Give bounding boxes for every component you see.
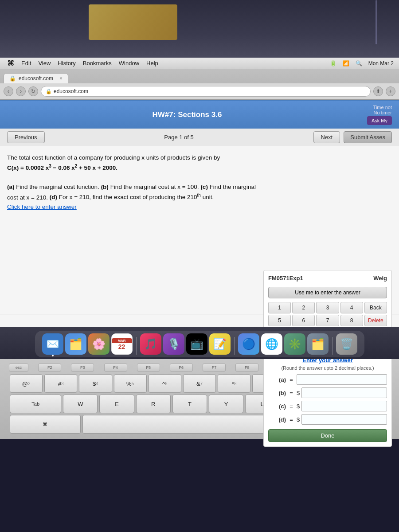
no-timer-label: No timer [373,110,392,115]
menu-wifi-icon: 📶 [341,60,351,66]
tab-close[interactable]: × [59,75,63,82]
key-e[interactable]: E [99,395,134,413]
browser-chrome: 🔒 educosoft.com × ‹ › ↻ 🔒 educosoft.com … [0,69,399,100]
key-cmd-left[interactable]: ⌘ [10,415,81,434]
key-star[interactable]: *8 [218,374,250,393]
nav-row: Previous Page 1 of 5 Next Submit Asses [0,129,399,146]
share-button[interactable]: ⬆ [373,86,383,96]
key-f3[interactable]: F3 [71,364,94,372]
numpad-8[interactable]: 8 [340,315,363,326]
menu-date: Mon Mar 2 [367,60,395,66]
problem-part-b: (b) Find the marginal cost at x = 100. [101,184,199,190]
numpad-4[interactable]: 4 [340,302,363,313]
click-here-link[interactable]: Click here to enter answer [7,203,77,210]
calendar-month: MAR [112,338,132,343]
menu-window[interactable]: Window [115,60,143,66]
key-r[interactable]: R [136,395,171,413]
answer-input-b[interactable] [301,387,387,398]
numpad-3[interactable]: 3 [316,302,339,313]
key-t[interactable]: T [172,395,207,413]
numpad-1[interactable]: 1 [268,302,291,313]
key-dollar[interactable]: $4 [79,374,112,393]
dock-icon-finder[interactable]: 🗂️ [65,333,86,355]
dock-icon-mail[interactable]: ✉️ [42,333,63,355]
numpad-6[interactable]: 6 [292,315,315,326]
menu-search-icon[interactable]: 🔍 [354,60,364,66]
key-f4[interactable]: F4 [104,364,127,372]
use-me-button[interactable]: Use me to enter the answer [268,287,387,298]
dock-icon-podcasts[interactable]: 🎙️ [163,333,184,355]
address-bar[interactable]: 🔒 educosoft.com [41,86,371,97]
answer-input-a[interactable] [297,374,387,385]
browser-content: HW#7: Sections 3.6 Time not No timer Ask… [0,100,399,327]
dock-icon-chrome[interactable]: 🌐 [261,333,282,355]
dock-separator-2 [234,337,235,355]
key-caret[interactable]: ^6 [149,374,181,393]
dock: ✉️ 🗂️ 🌸 MAR 22 🎵 🎙️ 📺 📝 🔵 🌐 ✳️ 🗂️ 🗑️ [35,331,364,357]
key-percent[interactable]: %5 [114,374,147,393]
problem-intro: The total cost function of a company for… [7,154,220,161]
numpad-2[interactable]: 2 [292,302,315,313]
key-f7[interactable]: F7 [203,364,226,372]
tab-favicon: 🔒 [9,75,16,82]
ask-my-button[interactable]: Ask My [367,116,392,125]
dock-area: ✉️ 🗂️ 🌸 MAR 22 🎵 🎙️ 📺 📝 🔵 🌐 ✳️ 🗂️ 🗑️ [0,327,399,359]
menu-bookmarks[interactable]: Bookmarks [79,60,115,66]
menu-right: 🔋 📶 🔍 Mon Mar 2 [328,60,395,66]
answer-input-c[interactable] [301,401,387,411]
menu-history[interactable]: History [54,60,79,66]
numpad-delete[interactable]: Delete [364,315,387,326]
answer-eq-d: = [288,416,295,423]
done-button[interactable]: Done [268,429,387,442]
key-f6[interactable]: F6 [170,364,193,372]
page-header: HW#7: Sections 3.6 Time not No timer Ask… [0,101,399,129]
key-tab[interactable]: Tab [10,395,61,413]
answer-input-d[interactable] [301,414,387,425]
dock-icon-siri[interactable]: 🔵 [238,333,259,355]
key-at[interactable]: @2 [10,374,43,393]
numpad-7[interactable]: 7 [316,315,339,326]
submit-button[interactable]: Submit Asses [344,131,392,143]
browser-toolbar: ‹ › ↻ 🔒 educosoft.com ⬆ + [0,83,399,99]
numpad-back[interactable]: Back [364,302,387,313]
dock-icon-music[interactable]: 🎵 [140,333,161,355]
key-hash[interactable]: #3 [44,374,77,393]
dock-icon-photos[interactable]: 🌸 [88,333,110,355]
calendar-day: 22 [118,343,125,350]
menu-view[interactable]: View [35,60,54,66]
key-f8[interactable]: F8 [235,364,258,372]
content-area: The total cost function of a company for… [0,146,399,327]
address-text: educosoft.com [54,88,88,94]
key-amp[interactable]: &7 [183,374,216,393]
lock-icon: 🔒 [46,89,52,94]
answer-dollar-b: $ [297,390,300,396]
forward-button[interactable]: › [16,86,26,96]
key-f2[interactable]: F2 [38,364,61,372]
next-button[interactable]: Next [313,131,340,143]
bookmark-button[interactable]: + [386,86,395,96]
dock-dot-mail [52,355,54,356]
browser-tabs: 🔒 educosoft.com × [0,69,399,83]
dock-icon-calendar[interactable]: MAR 22 [111,333,133,355]
menu-edit[interactable]: Edit [18,60,35,66]
previous-button[interactable]: Previous [7,131,45,143]
numpad-5[interactable]: 5 [268,315,291,326]
dock-icon-bluetooth[interactable]: ✳️ [284,333,305,355]
key-w[interactable]: W [63,395,98,413]
key-y[interactable]: Y [209,395,243,413]
back-button[interactable]: ‹ [4,86,13,96]
active-tab[interactable]: 🔒 educosoft.com × [4,73,68,83]
menu-help[interactable]: Help [143,60,162,66]
reload-button[interactable]: ↻ [28,86,38,96]
dock-icon-files[interactable]: 🗂️ [307,333,329,355]
dock-icon-notes[interactable]: 📝 [209,333,231,355]
key-f5[interactable]: F5 [137,364,160,372]
answer-dollar-c: $ [297,403,300,410]
dock-icon-tv[interactable]: 📺 [186,333,207,355]
header-right: Time not No timer Ask My [367,105,392,125]
key-esc[interactable]: esc [9,364,28,372]
dock-icon-trash[interactable]: 🗑️ [336,333,357,355]
problem-equation: C(x) = 0.0002 x3 − 0.06 x2 + 50 x + 2000… [7,164,117,171]
page-info: Page 1 of 5 [48,134,310,141]
apple-menu[interactable]: ⌘ [4,59,18,67]
